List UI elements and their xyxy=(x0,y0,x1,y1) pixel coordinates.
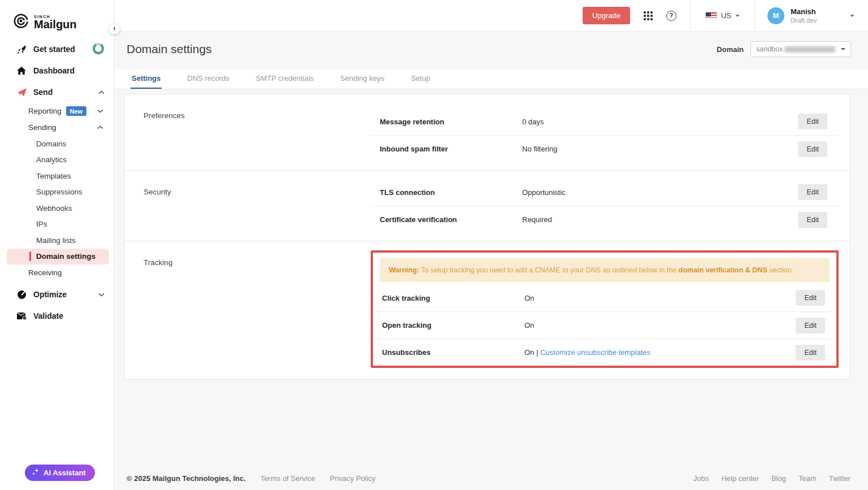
mailgun-logo-icon xyxy=(12,12,29,32)
domain-picker: Domain sandbox xyxy=(717,41,851,57)
edit-button[interactable]: Edit xyxy=(798,184,827,200)
tab-setup[interactable]: Setup xyxy=(410,69,431,89)
setting-row-open-tracking: Open tracking On Edit xyxy=(373,311,836,339)
active-indicator-bar xyxy=(29,251,31,261)
edit-button[interactable]: Edit xyxy=(798,212,827,228)
tab-strip: Settings DNS records SMTP credentials Se… xyxy=(114,69,868,89)
tab-sending-keys[interactable]: Sending keys xyxy=(339,69,385,89)
sidebar-item-receiving[interactable]: Receiving xyxy=(0,264,114,281)
section-security: Security TLS connection Opportunistic Ed… xyxy=(124,170,850,241)
user-org: Draft.dev xyxy=(791,17,817,24)
gauge-icon xyxy=(16,290,27,300)
sidebar-item-label: Sending xyxy=(28,123,57,132)
team-link[interactable]: Team xyxy=(798,474,817,483)
help-center-link[interactable]: Help center xyxy=(721,474,758,483)
chevron-up-icon xyxy=(97,125,103,129)
sidebar-item-templates[interactable]: Templates xyxy=(0,168,114,184)
copyright: © 2025 Mailgun Technologies, Inc. xyxy=(127,474,246,483)
twitter-link[interactable]: Twitter xyxy=(829,474,850,483)
sidebar-item-label: Validate xyxy=(33,311,63,320)
sidebar: SINCH Mailgun Get started Dashboard xyxy=(0,0,114,490)
title-bar: Domain settings Domain sandbox xyxy=(114,32,868,67)
edit-button[interactable]: Edit xyxy=(796,318,825,333)
setting-row-certificate-verification: Certificate verification Required Edit xyxy=(371,206,839,233)
section-title: Tracking xyxy=(124,241,371,379)
sidebar-item-validate[interactable]: Validate xyxy=(0,305,114,327)
footer: © 2025 Mailgun Technologies, Inc. Terms … xyxy=(114,474,868,483)
page-title: Domain settings xyxy=(127,42,212,56)
top-bar: Upgrade ? US M Manish Draft.dev xyxy=(114,0,868,32)
setting-value: On xyxy=(524,294,796,302)
user-menu[interactable]: M Manish Draft.dev xyxy=(755,7,868,24)
sidebar-item-analytics[interactable]: Analytics xyxy=(0,152,114,168)
sidebar-item-send[interactable]: Send xyxy=(0,81,114,103)
sidebar-item-label: Dashboard xyxy=(33,66,75,75)
tracking-highlight-box: Warning: To setup tracking you need to a… xyxy=(371,250,839,368)
sparkles-icon xyxy=(32,468,40,478)
mailgun-logo[interactable]: SINCH Mailgun xyxy=(0,0,114,35)
us-flag-icon xyxy=(705,12,717,19)
edit-button[interactable]: Edit xyxy=(796,290,825,306)
customize-unsubscribe-templates-link[interactable]: Customize unsubscribe templates xyxy=(540,348,650,357)
domain-select-value: sandbox xyxy=(756,45,783,53)
chevron-up-icon xyxy=(98,90,105,94)
chevron-down-icon xyxy=(97,109,103,113)
jobs-link[interactable]: Jobs xyxy=(693,474,709,483)
section-title: Security xyxy=(124,171,371,241)
new-badge: New xyxy=(66,106,87,116)
apps-grid-icon[interactable] xyxy=(644,11,653,20)
setting-value: On | Customize unsubscribe templates xyxy=(524,348,796,357)
domain-select[interactable]: sandbox xyxy=(750,41,851,57)
edit-button[interactable]: Edit xyxy=(798,114,827,129)
upgrade-button[interactable]: Upgrade xyxy=(583,7,630,24)
terms-of-service-link[interactable]: Terms of Service xyxy=(261,474,315,483)
tracking-warning-banner: Warning: To setup tracking you need to a… xyxy=(380,258,830,282)
setting-row-unsubscribes: Unsubscribes On | Customize unsubscribe … xyxy=(373,339,836,366)
setting-row-click-tracking: Click tracking On Edit xyxy=(373,284,836,311)
rocket-icon xyxy=(16,45,27,54)
sidebar-item-label: Reporting xyxy=(28,107,62,115)
sidebar-item-mailing-lists[interactable]: Mailing lists xyxy=(0,232,114,249)
sidebar-item-domain-settings[interactable]: Domain settings xyxy=(7,249,109,265)
sidebar-item-dashboard[interactable]: Dashboard xyxy=(0,60,114,81)
mailgun-wordmark: Mailgun xyxy=(34,19,77,30)
sidebar-item-webhooks[interactable]: Webhooks xyxy=(0,200,114,216)
tab-settings[interactable]: Settings xyxy=(131,69,162,89)
setting-row-message-retention: Message retention 0 days Edit xyxy=(371,108,839,135)
blog-link[interactable]: Blog xyxy=(771,474,786,483)
edit-button[interactable]: Edit xyxy=(796,345,825,361)
sidebar-item-ips[interactable]: IPs xyxy=(0,216,114,233)
home-icon xyxy=(16,67,27,75)
caret-down-icon xyxy=(841,48,845,50)
sidebar-collapse-button[interactable]: ‹ xyxy=(109,24,120,34)
ai-assistant-button[interactable]: AI Assistant xyxy=(25,465,95,481)
settings-card: Preferences Message retention 0 days Edi… xyxy=(124,94,850,380)
sidebar-item-optimize[interactable]: Optimize xyxy=(0,284,114,305)
section-title: Preferences xyxy=(124,94,371,170)
redacted-domain-text xyxy=(784,46,835,53)
setting-row-tls-connection: TLS connection Opportunistic Edit xyxy=(371,179,839,206)
tab-smtp-credentials[interactable]: SMTP credentials xyxy=(255,69,315,89)
region-selector[interactable]: US xyxy=(691,11,754,20)
tab-dns-records[interactable]: DNS records xyxy=(186,69,230,89)
edit-button[interactable]: Edit xyxy=(798,141,827,157)
setting-value: 0 days xyxy=(522,118,798,126)
caret-down-icon xyxy=(735,15,740,17)
sidebar-item-label: Get started xyxy=(33,45,75,54)
section-tracking: Tracking Warning: To setup tracking you … xyxy=(124,241,850,379)
region-label: US xyxy=(721,11,731,20)
sidebar-item-suppressions[interactable]: Suppressions xyxy=(0,184,114,201)
sidebar-item-reporting[interactable]: Reporting New xyxy=(0,103,114,119)
help-icon[interactable]: ? xyxy=(666,11,676,21)
caret-down-icon xyxy=(850,15,854,17)
paper-plane-icon xyxy=(16,88,27,97)
setting-value: No filtering xyxy=(522,145,798,153)
privacy-policy-link[interactable]: Privacy Policy xyxy=(330,474,376,483)
sidebar-item-get-started[interactable]: Get started xyxy=(0,38,114,60)
sidebar-item-domains[interactable]: Domains xyxy=(0,136,114,152)
chevron-down-icon xyxy=(98,293,105,297)
user-name: Manish xyxy=(791,7,817,16)
avatar: M xyxy=(767,7,784,24)
setting-value: Opportunistic xyxy=(522,188,798,197)
sidebar-item-sending[interactable]: Sending xyxy=(0,119,114,136)
